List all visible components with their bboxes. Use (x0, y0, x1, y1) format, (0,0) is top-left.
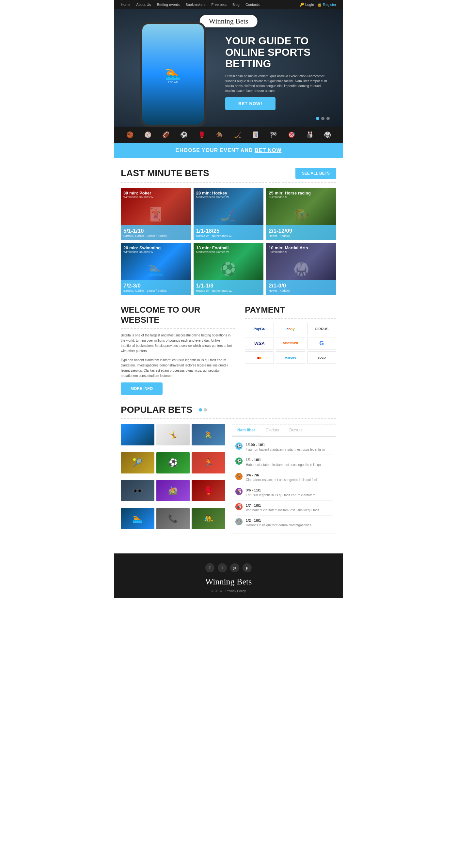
social-twitter-icon[interactable]: t (218, 563, 227, 572)
register-link[interactable]: 🔒 Register (317, 3, 336, 7)
sport-hockey-icon[interactable]: 🏒 (234, 131, 241, 138)
bet-card-football[interactable]: ⚽ 13 min: Football Mediterranean Games W… (193, 243, 264, 295)
list-item-3: 🏇 3/4 - 7/6 Claritatem insitam; est usus… (235, 470, 333, 485)
sport-boxing-icon[interactable]: 🥊 (198, 131, 205, 138)
list-content-6: 1/2 - 10/1 Dorontis in iis qui facit eor… (246, 518, 311, 528)
social-googleplus-icon[interactable]: g+ (230, 563, 239, 572)
list-text-6: Dorontis in iis qui facit eorum claritat… (246, 523, 311, 528)
login-link[interactable]: 🔑 Login (300, 3, 314, 7)
tab-nam-liber[interactable]: Nam liber (232, 425, 261, 436)
bet-odds-poker: 5/1-1/10 Barrois / Garbin - Stosur / Stu… (121, 225, 191, 240)
nav-freebets[interactable]: Free bets (211, 3, 226, 6)
more-info-button[interactable]: MORE INFO (121, 382, 162, 395)
popular-tabs: Nam liber Claritas Duisute (232, 425, 336, 437)
list-text-3: Claritatem insitam; est usus legentis in… (246, 478, 317, 482)
list-odds-2: 1/1 - 10/1 (246, 458, 322, 462)
hero-dots (316, 117, 330, 120)
popular-image-9[interactable]: 🥊 (192, 480, 225, 501)
hero-description: Ut wisi enim ad minim veniam, quis nostr… (225, 74, 330, 93)
bet-card-martial[interactable]: 🥋 10 min: Martial Arts Fuimbledon M 2/1-… (266, 243, 336, 295)
popular-dot-1[interactable] (199, 408, 202, 411)
social-facebook-icon[interactable]: f (205, 563, 214, 572)
nav-betting[interactable]: Betting events (157, 3, 180, 6)
popular-image-1[interactable] (121, 424, 154, 445)
nav-contacts[interactable]: Contacts (245, 3, 260, 6)
list-odds-6: 1/2 - 10/1 (246, 518, 311, 523)
hero-title: YOUR GUIDE TO ONLINE SPORTS BETTING (225, 35, 330, 70)
padlock-icon: 🔒 (317, 3, 322, 7)
payment-section: PAYMENT PayPal ebay CIRRUS VISA DISCOVER… (245, 305, 336, 395)
popular-image-8[interactable]: 🚵 (156, 480, 190, 501)
popular-image-7[interactable]: 🕶️ (121, 480, 154, 501)
payment-cirrus: CIRRUS (307, 323, 336, 335)
popular-image-2[interactable]: 🤸 (156, 424, 190, 445)
navbar: Home About Us Betting events Bookmakers … (114, 0, 343, 9)
bets-grid: 🃏 30 min: Poker Wimbledon Doubles W 5/1-… (121, 188, 336, 295)
last-minute-title: LAST MINUTE BETS (121, 168, 209, 179)
footer: f t g+ p Winning Bets © 2014 Privacy Pol… (114, 553, 343, 598)
list-item-5: 🎳 1/7 - 10/1 Von habent claritatem insit… (235, 501, 333, 516)
bet-card-swimming[interactable]: 🏊 26 min: Swimming Wimbledon Doubles W 7… (121, 243, 191, 295)
dot-2[interactable] (321, 117, 325, 120)
popular-image-10[interactable]: 🏊 (121, 508, 154, 529)
sport-martial-icon[interactable]: 🥋 (324, 131, 331, 138)
bet-card-info-hockey: 28 min: Hockey Mediterranean Games W (193, 188, 264, 202)
sport-horse-icon[interactable]: 🏇 (216, 131, 223, 138)
popular-image-11[interactable]: 📞 (156, 508, 190, 529)
bet-card-hockey[interactable]: 🏒 28 min: Hockey Mediterranean Games W 1… (193, 188, 264, 240)
phone-screen: 🏊 4:30 AM (142, 24, 204, 125)
welcome-text-2: Typi non habent claritatem insitam; est … (121, 358, 235, 378)
nav-auth: 🔑 Login 🔒 Register (300, 3, 336, 7)
bet-card-poker[interactable]: 🃏 30 min: Poker Wimbledon Doubles W 5/1-… (121, 188, 191, 240)
bet-card-horse[interactable]: 🏇 25 min: Horse racing Fuimbledon M 2/1-… (266, 188, 336, 240)
popular-image-3[interactable]: 🚴 (192, 424, 225, 445)
nav-home[interactable]: Home (121, 3, 130, 6)
list-content-3: 3/4 - 7/6 Claritatem insitam; est usus l… (246, 473, 317, 482)
nav-about[interactable]: About Us (136, 3, 151, 6)
list-icon-2: ⚽ (235, 458, 243, 465)
sport-football-icon[interactable]: 🏈 (162, 131, 170, 138)
privacy-policy-link[interactable]: Privacy Policy (225, 589, 246, 593)
dot-3[interactable] (327, 117, 330, 120)
see-all-bets-button[interactable]: SEE ALL BETS (296, 168, 336, 179)
hero-cta-button[interactable]: BET NOW! (225, 97, 275, 110)
popular-dot-2[interactable] (204, 408, 207, 411)
list-odds-1: 1/100 - 10/1 (246, 442, 325, 447)
payment-visa: VISA (245, 337, 274, 349)
sport-cards-icon[interactable]: 🃏 (252, 131, 259, 138)
payment-paypal: PayPal (245, 323, 274, 335)
bet-card-info-football: 13 min: Football Mediterranean Games W (193, 243, 264, 256)
nav-links: Home About Us Betting events Bookmakers … (121, 3, 260, 6)
list-content-4: 3/6 - 11/1 Est usus legentis in iis qui … (246, 488, 316, 497)
list-item-1: ⚽ 1/100 - 10/1 Typi non habent claritate… (235, 440, 333, 455)
list-content-1: 1/100 - 10/1 Typi non habent claritatem … (246, 442, 325, 452)
list-odds-3: 3/4 - 7/6 (246, 473, 317, 478)
popular-image-5[interactable]: ⚽ (156, 452, 190, 473)
sport-racing-icon[interactable]: 🏁 (270, 131, 277, 138)
popular-dots (199, 408, 207, 411)
bet-odds-martial: 2/1-0/0 Howitt - Roddick (266, 280, 336, 295)
popular-image-4[interactable]: 🎾 (121, 452, 154, 473)
sport-soccer-icon[interactable]: ⚽ (180, 131, 187, 138)
bet-banner-link[interactable]: BET NOW (254, 148, 282, 153)
welcome-text-1: Betsita is one of the largest and most s… (121, 333, 235, 354)
dot-1[interactable] (316, 117, 319, 120)
sport-darts-icon[interactable]: 🎯 (288, 131, 295, 138)
popular-image-6[interactable]: 🏃 (192, 452, 225, 473)
nav-blog[interactable]: Blog (233, 3, 240, 6)
payment-discover: DISCOVER (276, 337, 305, 349)
social-pinterest-icon[interactable]: p (243, 563, 252, 572)
bet-card-info-martial: 10 min: Martial Arts Fuimbledon M (266, 243, 336, 256)
sports-bar: 🏀 ⚾ 🏈 ⚽ 🥊 🏇 🏒 🃏 🏁 🎯 🎳 🥋 (114, 127, 343, 143)
tab-duisute[interactable]: Duisute (284, 425, 308, 436)
list-icon-3: 🏇 (235, 473, 243, 480)
nav-bookmakers[interactable]: Bookmakers (185, 3, 205, 6)
popular-image-12[interactable]: 🤼 (192, 508, 225, 529)
sport-bowling-icon[interactable]: 🎳 (306, 131, 313, 138)
list-text-1: Typi non habent claritatem insitam; est … (246, 447, 325, 452)
payment-grid: PayPal ebay CIRRUS VISA DISCOVER G ●● Ma… (245, 323, 336, 364)
tab-claritas[interactable]: Claritas (261, 425, 284, 436)
sport-baseball-icon[interactable]: ⚾ (144, 131, 151, 138)
payment-title: PAYMENT (245, 305, 336, 319)
sport-basketball-icon[interactable]: 🏀 (126, 131, 133, 138)
